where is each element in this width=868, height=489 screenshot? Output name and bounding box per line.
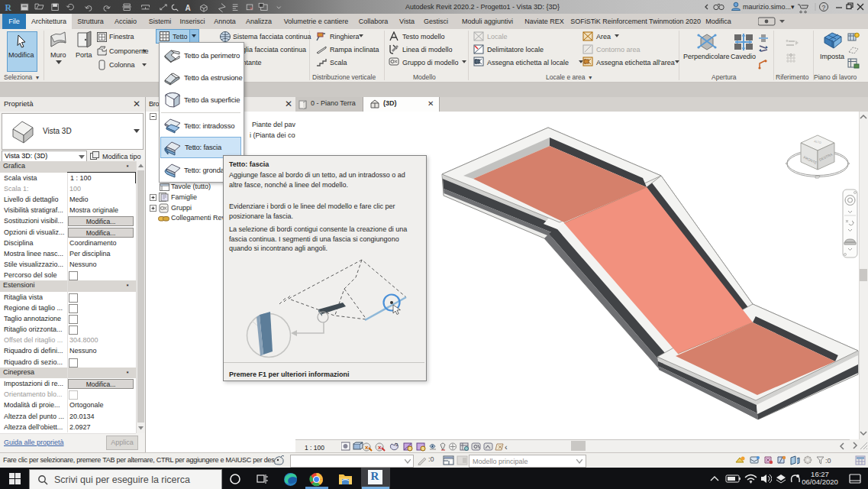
svg-text:R: R xyxy=(5,3,12,13)
svg-text:maurizio.simo...▾: maurizio.simo...▾ xyxy=(743,3,795,11)
svg-text:?: ? xyxy=(822,4,826,11)
svg-text::0: :0 xyxy=(825,457,831,465)
svg-text:A: A xyxy=(186,4,192,12)
svg-text:x: x xyxy=(365,444,369,451)
svg-text:‹: ‹ xyxy=(505,442,508,452)
svg-text:x: x xyxy=(378,444,382,451)
